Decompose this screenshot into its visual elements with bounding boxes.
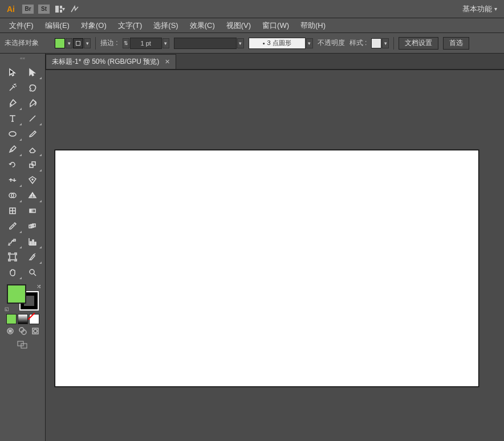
brush-definition-dropdown[interactable]: ▾	[306, 38, 313, 48]
canvas-viewport[interactable]	[46, 70, 504, 441]
color-mode-gradient[interactable]	[18, 314, 28, 324]
fill-color-dropdown[interactable]: ▾	[66, 38, 72, 48]
stock-button[interactable]: St	[38, 4, 50, 14]
draw-inside-icon[interactable]	[31, 326, 40, 336]
variable-width-dropdown[interactable]: ▾	[237, 38, 244, 48]
menu-window[interactable]: 窗口(W)	[257, 18, 295, 32]
separator	[95, 37, 96, 50]
mesh-tool[interactable]	[3, 203, 22, 218]
menu-help[interactable]: 帮助(H)	[295, 18, 331, 32]
fill-stroke-control[interactable]: ⤭ ◱	[7, 284, 39, 311]
svg-point-6	[32, 179, 33, 180]
svg-rect-10	[30, 209, 35, 213]
eyedropper-tool[interactable]	[3, 219, 22, 234]
rotate-tool[interactable]	[3, 157, 22, 172]
document-area: 未标题-1* @ 50% (RGB/GPU 预览) ✕	[46, 54, 504, 441]
ellipse-tool[interactable]	[3, 126, 22, 141]
pencil-tool[interactable]	[3, 142, 22, 157]
graphic-style-swatch[interactable]	[371, 38, 381, 48]
svg-rect-4	[30, 164, 33, 168]
menu-bar: 文件(F) 编辑(E) 对象(O) 文字(T) 选择(S) 效果(C) 视图(V…	[0, 18, 504, 33]
color-mode-none[interactable]	[29, 314, 39, 324]
svg-rect-0	[55, 6, 59, 13]
menu-file[interactable]: 文件(F)	[3, 18, 39, 32]
svg-rect-15	[32, 240, 34, 245]
menu-edit[interactable]: 编辑(E)	[39, 18, 75, 32]
selection-status: 未选择对象	[5, 38, 39, 48]
stroke-weight-dropdown[interactable]: ▾	[162, 38, 169, 48]
perspective-grid-tool[interactable]	[23, 188, 42, 203]
app-header: Ai Br St ▾ 基本功能 ▾	[0, 0, 504, 18]
arrange-documents-icon[interactable]: ▾	[55, 4, 65, 14]
document-tab-strip: 未标题-1* @ 50% (RGB/GPU 预览) ✕	[46, 54, 504, 70]
stroke-weight-value[interactable]: 1 pt	[130, 38, 162, 49]
graphic-style-dropdown[interactable]: ▾	[382, 38, 389, 48]
direct-selection-tool[interactable]	[23, 65, 42, 80]
gpu-performance-icon[interactable]	[70, 4, 80, 14]
fill-color-box[interactable]	[7, 284, 26, 304]
control-bar: 未选择对象 ▾ ▾ 描边 : ⇅ 1 pt ▾ ▾ •3 点圆形 ▾ 不透明度 …	[0, 33, 504, 54]
scale-tool[interactable]	[23, 157, 42, 172]
magic-wand-tool[interactable]	[3, 80, 22, 95]
separator	[393, 37, 394, 50]
menu-view[interactable]: 视图(V)	[221, 18, 257, 32]
svg-rect-5	[32, 162, 35, 165]
svg-point-24	[34, 329, 37, 333]
svg-point-18	[30, 270, 34, 274]
svg-rect-20	[9, 330, 11, 332]
column-graph-tool[interactable]	[23, 234, 42, 249]
draw-normal-icon[interactable]	[6, 326, 15, 336]
blend-tool[interactable]	[23, 219, 42, 234]
toolbox-collapse-icon[interactable]: ««	[17, 56, 29, 62]
stroke-color-swatch[interactable]	[73, 38, 83, 48]
slice-tool[interactable]	[23, 250, 42, 264]
symbol-sprayer-tool[interactable]	[3, 234, 22, 249]
hand-tool[interactable]	[3, 265, 22, 280]
curvature-pen-tool[interactable]	[23, 96, 42, 111]
menu-type[interactable]: 文字(T)	[112, 18, 148, 32]
bridge-button[interactable]: Br	[22, 4, 34, 14]
document-tab-title: 未标题-1* @ 50% (RGB/GPU 预览)	[52, 57, 159, 67]
work-area: ««	[0, 54, 504, 441]
preferences-button[interactable]: 首选	[443, 37, 469, 50]
document-setup-button[interactable]: 文档设置	[399, 37, 438, 50]
workspace-switcher[interactable]: 基本功能 ▾	[459, 4, 501, 14]
menu-effect[interactable]: 效果(C)	[184, 18, 221, 32]
stroke-weight-stepper[interactable]: ⇅	[123, 38, 129, 48]
width-tool[interactable]	[3, 173, 22, 187]
menu-select[interactable]: 选择(S)	[148, 18, 184, 32]
swap-fill-stroke-icon[interactable]: ⤭	[36, 283, 41, 289]
gradient-tool[interactable]	[23, 203, 42, 218]
workspace-label: 基本功能	[462, 4, 492, 14]
zoom-tool[interactable]	[23, 265, 42, 280]
pen-tool[interactable]	[3, 96, 22, 111]
artboard[interactable]	[55, 150, 479, 387]
selection-tool[interactable]	[3, 65, 22, 80]
svg-point-3	[9, 132, 16, 136]
free-transform-tool[interactable]	[23, 173, 42, 187]
draw-behind-icon[interactable]	[18, 326, 27, 336]
fill-color-swatch[interactable]	[55, 38, 65, 48]
menu-object[interactable]: 对象(O)	[75, 18, 112, 32]
artboard-tool[interactable]	[3, 250, 22, 264]
document-tab[interactable]: 未标题-1* @ 50% (RGB/GPU 预览) ✕	[46, 54, 176, 69]
eraser-tool[interactable]	[23, 142, 42, 157]
app-logo: Ai	[3, 5, 18, 14]
lasso-tool[interactable]	[23, 80, 42, 95]
shape-builder-tool[interactable]	[3, 188, 22, 203]
toolbox-panel: ««	[0, 54, 46, 441]
type-tool[interactable]	[3, 111, 22, 126]
color-mode-solid[interactable]	[6, 314, 17, 324]
svg-rect-17	[10, 254, 15, 260]
stroke-label: 描边 :	[100, 38, 118, 48]
stroke-color-dropdown[interactable]: ▾	[84, 38, 91, 48]
close-tab-icon[interactable]: ✕	[165, 58, 170, 66]
screen-mode-button[interactable]	[17, 340, 29, 349]
paintbrush-tool[interactable]	[23, 126, 42, 141]
svg-rect-16	[35, 242, 36, 245]
default-fill-stroke-icon[interactable]: ◱	[5, 307, 9, 312]
variable-width-profile[interactable]	[174, 38, 237, 49]
brush-definition[interactable]: •3 点圆形	[249, 38, 306, 49]
opacity-label[interactable]: 不透明度	[318, 38, 345, 48]
line-segment-tool[interactable]	[23, 111, 42, 126]
